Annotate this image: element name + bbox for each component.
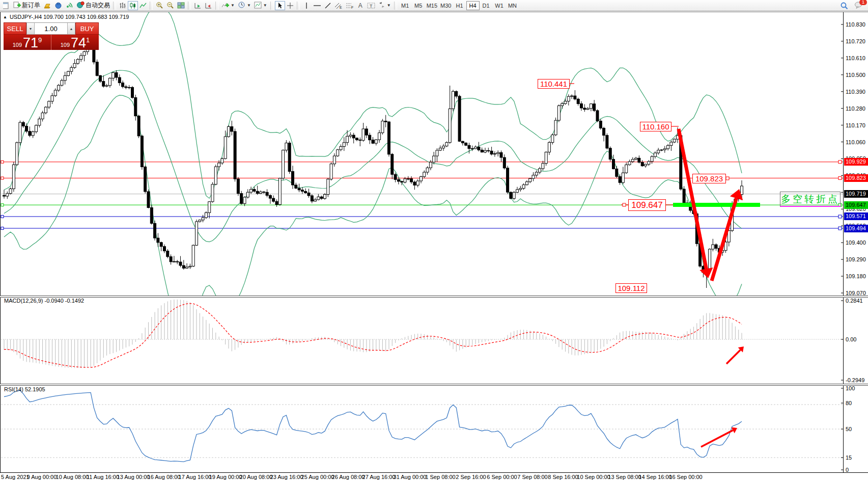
- arrows-icon: [378, 2, 385, 9]
- chart-window-icon[interactable]: [2, 1, 12, 10]
- volume-input[interactable]: 1.00: [35, 23, 67, 34]
- candle-chart-icon[interactable]: [128, 1, 138, 10]
- indicator-tick-label: -0.2949: [846, 377, 864, 383]
- timeframe-toolbar: M1M5M15M30H1H4D1W1MN: [399, 1, 519, 10]
- price-tick-label: 110.390: [846, 89, 865, 95]
- time-axis[interactable]: 5 Aug 20219 Aug 00:0010 Aug 08:0011 Aug …: [0, 472, 868, 480]
- clock-icon: [238, 1, 245, 10]
- time-axis-label: 20 Aug 08:00: [240, 474, 273, 480]
- sell-price[interactable]: 109 71 9: [4, 35, 51, 50]
- signals-icon[interactable]: [64, 1, 75, 10]
- macd-indicator-label: MACD(12,26,9) -0.0940 -0.1492: [4, 298, 84, 304]
- time-axis-label: 26 Aug 08:00: [332, 474, 365, 480]
- timeframe-button-M30[interactable]: M30: [439, 1, 453, 10]
- volume-stepper: ▼ 1.00 ▲: [26, 22, 75, 35]
- time-axis-label: 13 Aug 00:00: [117, 474, 150, 480]
- pane-separator-rsi[interactable]: [0, 384, 868, 386]
- indicator-tick-label: 0.2841: [846, 298, 863, 304]
- price-annotation-label[interactable]: 109.823: [692, 174, 726, 183]
- new-order-button[interactable]: 新订单: [12, 1, 42, 10]
- price-tick-label: 110.830: [846, 21, 865, 28]
- templates-button[interactable]: ▼: [253, 1, 269, 10]
- time-axis-label: 19 Aug 00:00: [209, 474, 242, 480]
- sell-button[interactable]: SELL: [4, 22, 26, 35]
- timeframe-button-M1[interactable]: M1: [399, 1, 412, 10]
- time-axis-label: 10 Aug 08:00: [56, 474, 89, 480]
- toolbar-separator: [113, 2, 116, 10]
- chart-canvas[interactable]: [0, 0, 868, 480]
- timeframe-button-M5[interactable]: M5: [412, 1, 425, 10]
- indicator-tick-label: 50: [846, 426, 852, 432]
- timeframe-button-H4[interactable]: H4: [466, 1, 480, 10]
- market-icon[interactable]: [53, 1, 64, 10]
- indicator-tick-label: 100: [846, 385, 855, 391]
- chevron-down-icon: ▼: [263, 3, 267, 8]
- timeframe-button-H1[interactable]: H1: [453, 1, 466, 10]
- svg-text:F: F: [351, 6, 353, 9]
- templates-icon: [254, 2, 262, 10]
- line-chart-icon[interactable]: [138, 1, 148, 10]
- collapse-triangle-icon[interactable]: ▲: [3, 15, 7, 19]
- text-label-icon[interactable]: T: [366, 1, 377, 10]
- price-annotation-label[interactable]: 109.647: [628, 199, 666, 211]
- zoom-in-icon[interactable]: [154, 1, 165, 10]
- cursor-icon[interactable]: [275, 1, 285, 10]
- time-axis-label: 17 Aug 16:00: [179, 474, 212, 480]
- time-axis-label: 9 Aug 00:00: [27, 474, 57, 480]
- shapes-button[interactable]: ▼: [377, 1, 393, 10]
- price-tick-label: 109.180: [846, 273, 866, 279]
- sell-price-pip: 9: [38, 36, 42, 44]
- price-tick-label: 109.400: [846, 239, 866, 246]
- autotrade-label: 自动交易: [86, 1, 110, 10]
- fibonacci-icon[interactable]: F: [344, 1, 355, 10]
- price-badge: 109.647: [844, 201, 868, 209]
- trendline-icon[interactable]: [323, 1, 333, 10]
- toolbar-separator: [297, 2, 300, 10]
- price-annotation-label[interactable]: 110.441: [538, 79, 570, 89]
- zoom-out-icon[interactable]: [165, 1, 176, 10]
- timeframe-button-MN[interactable]: MN: [506, 1, 519, 10]
- autotrade-button[interactable]: 自动交易: [75, 1, 111, 10]
- price-annotation-label[interactable]: 110.160: [640, 122, 671, 131]
- gold-icon[interactable]: [42, 1, 53, 10]
- price-tick-label: 109.290: [846, 256, 866, 262]
- indicators-button[interactable]: ▼: [220, 1, 236, 10]
- buy-price[interactable]: 109 74 1: [51, 35, 99, 50]
- notification-badge: 1: [859, 0, 867, 5]
- one-click-trading-panel: SELL ▼ 1.00 ▲ BUY 109 71 9 109 74 1: [4, 22, 99, 50]
- text-icon[interactable]: A: [355, 1, 366, 10]
- sell-price-base: 109: [13, 42, 22, 48]
- timeframe-button-D1[interactable]: D1: [480, 1, 493, 10]
- chart-shift-icon[interactable]: [203, 1, 214, 10]
- new-order-label: 新订单: [22, 1, 40, 10]
- turning-point-label[interactable]: 多空转折点: [780, 192, 841, 207]
- bar-chart-icon[interactable]: [118, 1, 128, 10]
- timeframe-button-W1[interactable]: W1: [493, 1, 506, 10]
- auto-scroll-icon[interactable]: [192, 1, 203, 10]
- price-tick-label: 110.500: [846, 72, 865, 78]
- channel-icon[interactable]: E: [333, 1, 344, 10]
- price-annotation-label[interactable]: 109.112: [615, 283, 647, 293]
- search-icon[interactable]: [838, 1, 850, 10]
- chat-button[interactable]: 1: [853, 1, 864, 10]
- pane-separator-macd[interactable]: [0, 296, 868, 298]
- volume-increase-button[interactable]: ▲: [67, 23, 75, 34]
- price-badge: 109.929: [844, 158, 868, 166]
- vertical-line-icon[interactable]: [301, 1, 312, 10]
- periods-button[interactable]: ▼: [236, 1, 253, 10]
- horizontal-line-icon[interactable]: [312, 1, 323, 10]
- toolbar-separator: [188, 2, 191, 10]
- indicators-icon: [221, 2, 229, 10]
- autotrade-icon: [76, 1, 85, 10]
- price-tick-label: 110.060: [846, 139, 865, 145]
- symbol-ohlc-text: USDJPY-,H4 109.700 109.743 109.683 109.7…: [10, 14, 129, 20]
- tile-windows-icon[interactable]: [176, 1, 186, 10]
- time-axis-label: 10 Sep 00:00: [577, 474, 610, 480]
- crosshair-icon[interactable]: [285, 1, 295, 10]
- volume-decrease-button[interactable]: ▼: [26, 23, 35, 34]
- timeframe-button-M15[interactable]: M15: [425, 1, 439, 10]
- buy-button[interactable]: BUY: [75, 22, 99, 35]
- time-axis-label: 2 Sep 16:00: [456, 474, 486, 480]
- time-axis-label: 7 Sep 08:00: [517, 474, 547, 480]
- price-badge: 109.719: [844, 190, 868, 198]
